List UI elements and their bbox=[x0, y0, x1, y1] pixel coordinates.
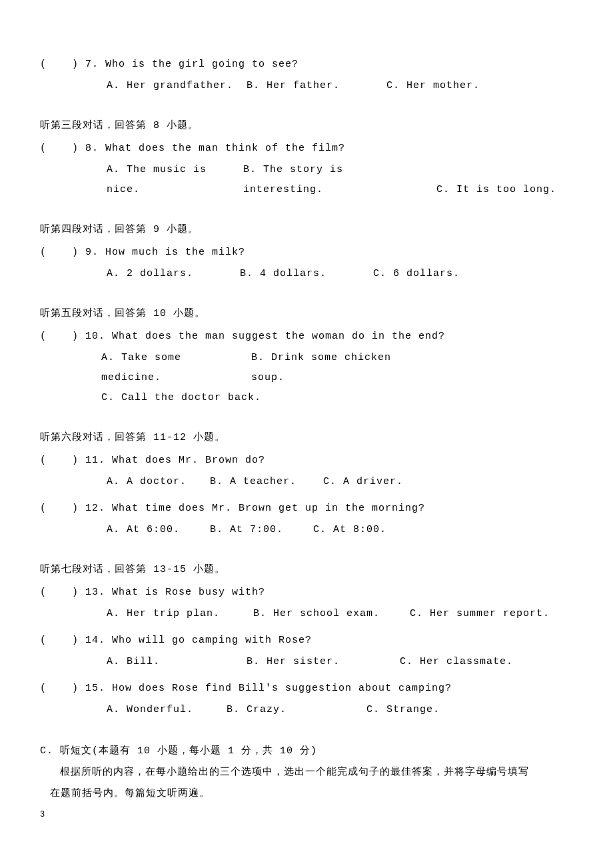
paren-close-num: ) 12. bbox=[72, 503, 112, 514]
section-3-header: 听第三段对话，回答第 8 小题。 bbox=[40, 116, 573, 136]
question-text: What does Mr. Brown do? bbox=[112, 455, 265, 466]
paren-open: ( bbox=[40, 635, 47, 646]
paren-close-num: ) 7. bbox=[72, 59, 105, 70]
section-c-title: C. 听短文(本题有 10 小题，每小题 1 分，共 10 分) bbox=[40, 741, 573, 761]
option-b[interactable]: B. At 7:00. bbox=[210, 520, 306, 540]
option-c[interactable]: C. Call the doctor back. bbox=[101, 388, 261, 408]
question-13-options: A. Her trip plan. B. Her school exam. C.… bbox=[40, 604, 573, 624]
question-text: How much is the milk? bbox=[105, 247, 245, 258]
paren-open: ( bbox=[40, 59, 47, 70]
paren-close-num: ) 10. bbox=[72, 331, 112, 342]
page-number: 3 bbox=[40, 807, 573, 823]
question-11-options: A. A doctor. B. A teacher. C. A driver. bbox=[40, 472, 573, 492]
question-15[interactable]: () 15. How does Rose find Bill's suggest… bbox=[40, 679, 573, 699]
question-7[interactable]: () 7. Who is the girl going to see? bbox=[40, 55, 573, 75]
paren-open: ( bbox=[40, 587, 47, 598]
paren-close-num: ) 13. bbox=[72, 587, 112, 598]
option-c[interactable]: C. Strange. bbox=[366, 700, 440, 720]
paren-open: ( bbox=[40, 331, 47, 342]
option-b[interactable]: B. The story is interesting. bbox=[243, 160, 430, 200]
option-c[interactable]: C. Her mother. bbox=[386, 76, 480, 96]
option-c[interactable]: C. Her classmate. bbox=[400, 652, 513, 672]
option-a[interactable]: A. Bill. bbox=[107, 652, 240, 672]
option-c[interactable]: C. A driver. bbox=[323, 472, 403, 492]
paren-close-num: ) 14. bbox=[72, 635, 112, 646]
paren-close-num: ) 8. bbox=[72, 143, 105, 154]
paren-close-num: ) 11. bbox=[72, 455, 112, 466]
section-c-instruction-line2: 在题前括号内。每篇短文听两遍。 bbox=[40, 784, 573, 804]
paren-open: ( bbox=[40, 143, 47, 154]
section-7-header: 听第七段对话，回答第 13-15 小题。 bbox=[40, 560, 573, 580]
question-9-options: A. 2 dollars. B. 4 dollars. C. 6 dollars… bbox=[40, 264, 573, 284]
question-text: How does Rose find Bill's suggestion abo… bbox=[112, 683, 452, 694]
section-5-header: 听第五段对话，回答第 10 小题。 bbox=[40, 304, 573, 324]
paren-open: ( bbox=[40, 683, 47, 694]
option-b[interactable]: B. Her sister. bbox=[247, 652, 393, 672]
option-b[interactable]: B. Crazy. bbox=[227, 700, 360, 720]
option-a[interactable]: A. 2 dollars. bbox=[107, 264, 233, 284]
option-a[interactable]: A. Take some medicine. bbox=[101, 348, 245, 388]
question-text: Who will go camping with Rose? bbox=[112, 635, 312, 646]
option-a[interactable]: A. Her grandfather. bbox=[107, 76, 240, 96]
question-8-options: A. The music is nice. B. The story is in… bbox=[40, 160, 573, 200]
section-4-header: 听第四段对话，回答第 9 小题。 bbox=[40, 220, 573, 240]
option-c[interactable]: C. It is too long. bbox=[436, 180, 556, 200]
section-c-instruction-line1: 根据所听的内容，在每小题给出的三个选项中，选出一个能完成句子的最佳答案，并将字母… bbox=[40, 763, 573, 783]
question-9[interactable]: () 9. How much is the milk? bbox=[40, 243, 573, 263]
option-a[interactable]: A. Her trip plan. bbox=[107, 604, 247, 624]
option-a[interactable]: A. A doctor. bbox=[107, 472, 203, 492]
question-14-options: A. Bill. B. Her sister. C. Her classmate… bbox=[40, 652, 573, 672]
option-b[interactable]: B. A teacher. bbox=[210, 472, 316, 492]
question-13[interactable]: () 13. What is Rose busy with? bbox=[40, 583, 573, 603]
option-c[interactable]: C. Her summer report. bbox=[410, 604, 550, 624]
option-a[interactable]: A. Wonderful. bbox=[107, 700, 220, 720]
option-c[interactable]: C. 6 dollars. bbox=[373, 264, 460, 284]
paren-open: ( bbox=[40, 503, 47, 514]
question-10-options: A. Take some medicine. B. Drink some chi… bbox=[40, 348, 573, 408]
question-10[interactable]: () 10. What does the man suggest the wom… bbox=[40, 327, 573, 347]
question-8[interactable]: () 8. What does the man think of the fil… bbox=[40, 139, 573, 159]
option-a[interactable]: A. At 6:00. bbox=[107, 520, 203, 540]
option-c[interactable]: C. At 8:00. bbox=[313, 520, 386, 540]
question-11[interactable]: () 11. What does Mr. Brown do? bbox=[40, 451, 573, 471]
paren-close-num: ) 9. bbox=[72, 247, 105, 258]
question-7-options: A. Her grandfather. B. Her father. C. He… bbox=[40, 76, 573, 96]
option-b[interactable]: B. Drink some chicken soup. bbox=[251, 348, 421, 388]
paren-close-num: ) 15. bbox=[72, 683, 112, 694]
option-b[interactable]: B. Her school exam. bbox=[253, 604, 403, 624]
question-12[interactable]: () 12. What time does Mr. Brown get up i… bbox=[40, 499, 573, 519]
question-text: What is Rose busy with? bbox=[112, 587, 265, 598]
paren-open: ( bbox=[40, 455, 47, 466]
question-15-options: A. Wonderful. B. Crazy. C. Strange. bbox=[40, 700, 573, 720]
question-text: What does the man suggest the woman do i… bbox=[112, 331, 445, 342]
option-b[interactable]: B. 4 dollars. bbox=[240, 264, 366, 284]
option-b[interactable]: B. Her father. bbox=[247, 76, 380, 96]
question-12-options: A. At 6:00. B. At 7:00. C. At 8:00. bbox=[40, 520, 573, 540]
question-text: What does the man think of the film? bbox=[105, 143, 345, 154]
question-14[interactable]: () 14. Who will go camping with Rose? bbox=[40, 631, 573, 651]
paren-open: ( bbox=[40, 247, 47, 258]
question-text: What time does Mr. Brown get up in the m… bbox=[112, 503, 425, 514]
section-6-header: 听第六段对话，回答第 11-12 小题。 bbox=[40, 428, 573, 448]
option-a[interactable]: A. The music is nice. bbox=[107, 160, 237, 200]
question-text: Who is the girl going to see? bbox=[105, 59, 299, 70]
